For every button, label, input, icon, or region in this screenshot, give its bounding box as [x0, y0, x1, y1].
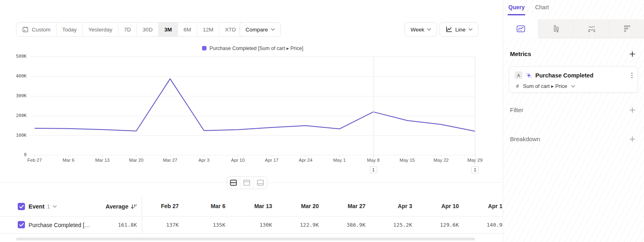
x-tick-mark [102, 155, 103, 157]
x-tick-label: May 22 [427, 158, 456, 163]
table-only-icon [257, 179, 264, 186]
x-tick-mark [272, 155, 272, 157]
plus-icon [630, 51, 635, 57]
range-custom[interactable]: Custom [17, 23, 57, 36]
y-tick-label: 500K [16, 54, 27, 59]
x-tick-mark [407, 155, 408, 157]
plus-icon [630, 136, 635, 142]
date-column-header[interactable]: Mar 6 [188, 196, 235, 216]
x-tick-mark [441, 155, 442, 157]
x-tick-label: Mar 6 [54, 158, 83, 163]
query-builder-panel: Query Chart [503, 0, 644, 242]
series-value-cell: 140.9K [469, 217, 503, 233]
view-layout-toggles [227, 176, 267, 189]
date-column-header[interactable]: Feb 27 [142, 196, 188, 216]
tab-query[interactable]: Query [508, 4, 524, 14]
breakdown-section-title: Breakdown [510, 136, 540, 142]
date-column-header[interactable]: Apr 3 [375, 196, 422, 216]
range-7d[interactable]: 7D [118, 23, 137, 36]
range-30d[interactable]: 30D [137, 23, 159, 36]
range-12m[interactable]: 12M [197, 23, 219, 36]
report-type-retention[interactable] [609, 19, 644, 38]
split-view-toggle[interactable] [227, 177, 240, 189]
event-sparkle-icon [526, 72, 532, 79]
x-tick-label: Apr 24 [291, 158, 320, 163]
horizontal-scrollbar[interactable] [16, 238, 475, 240]
event-column-header[interactable]: Event 1 [29, 197, 57, 216]
x-tick-label: May 15 [393, 158, 422, 163]
range-3m[interactable]: 3M [159, 23, 178, 36]
row-checkbox[interactable] [18, 221, 25, 228]
chart-style-label: Line [455, 27, 466, 33]
checkmark-icon [19, 205, 24, 209]
y-tick-label: 300K [16, 93, 27, 98]
range-yesterday[interactable]: Yesterday [83, 23, 119, 36]
x-tick-label: Apr 3 [190, 158, 219, 163]
chevron-down-icon [53, 205, 57, 208]
select-all-checkbox[interactable] [18, 203, 25, 210]
metric-card[interactable]: A Purchase Completed # Sum of cart ▸ Pri… [509, 66, 638, 93]
compare-label: Compare [246, 27, 268, 33]
x-tick-label: Apr 17 [257, 158, 286, 163]
split-view-icon [230, 179, 237, 186]
x-tick-mark [475, 155, 475, 157]
range-today[interactable]: Today [57, 23, 83, 36]
chevron-down-icon [427, 28, 431, 31]
chart-style-button[interactable]: Line [440, 22, 479, 37]
average-column-header[interactable]: Average [92, 197, 137, 216]
add-filter-button[interactable] [629, 106, 636, 114]
date-column-header[interactable]: Mar 13 [235, 196, 282, 216]
metrics-section-title: Metrics [510, 50, 531, 57]
report-type-insights[interactable] [503, 19, 539, 38]
event-count: 1 [47, 203, 50, 210]
insights-chart-icon [516, 25, 525, 33]
date-column-header[interactable]: Mar 27 [328, 196, 375, 216]
series-row-average: 161.8K [92, 217, 137, 233]
checkmark-icon [19, 223, 24, 227]
series-value-cell: 129.6K [422, 217, 469, 233]
series-value-cell: 386.9K [328, 217, 375, 233]
date-column-header[interactable]: Apr 10 [422, 196, 469, 216]
date-column-header[interactable]: Mar 20 [282, 196, 328, 216]
series-row-name[interactable]: Purchase Completed [Sum of cart ▸ Price] [29, 217, 92, 233]
metric-aggregation-selector[interactable]: # Sum of cart ▸ Price [516, 83, 575, 89]
chart-only-toggle[interactable] [240, 177, 254, 189]
x-tick-mark [374, 155, 374, 157]
x-tick-mark [204, 155, 204, 157]
row-divider [0, 233, 503, 234]
annotation-line [475, 56, 475, 165]
funnels-bars-icon [552, 25, 560, 33]
x-tick-label: Mar 27 [156, 158, 185, 163]
line-chart-plot[interactable] [35, 56, 475, 155]
report-type-flows[interactable] [574, 19, 609, 38]
table-only-toggle[interactable] [254, 177, 267, 189]
report-type-funnels[interactable] [539, 19, 574, 38]
tab-chart[interactable]: Chart [535, 4, 549, 14]
analytics-report-app: CustomTodayYesterday7D30D3M6M12MXTD Comp… [0, 0, 644, 242]
annotation-count-badge[interactable]: 1 [370, 166, 377, 173]
add-breakdown-button[interactable] [629, 136, 636, 143]
x-tick-mark [170, 155, 171, 157]
compare-button[interactable]: Compare [239, 22, 281, 37]
metric-letter-badge: A [515, 71, 522, 79]
event-label: Event [29, 203, 45, 210]
add-metric-button[interactable] [629, 50, 636, 58]
date-column-header[interactable]: Apr 17 [469, 196, 503, 216]
x-tick-mark [35, 155, 35, 157]
metric-aggregation-label: Sum of cart ▸ Price [523, 83, 567, 89]
interval-button[interactable]: Week [405, 22, 437, 37]
range-6m[interactable]: 6M [178, 23, 197, 36]
chevron-down-icon [469, 28, 473, 31]
chart-legend[interactable]: Purchase Completed [Sum of cart ▸ Price] [30, 45, 475, 51]
series-value-cell: 122.9K [282, 217, 328, 233]
legend-label: Purchase Completed [Sum of cart ▸ Price] [210, 45, 303, 51]
kebab-menu-icon[interactable] [631, 72, 633, 79]
table-date-headers: Feb 27Mar 6Mar 13Mar 20Mar 27Apr 3Apr 10… [142, 196, 503, 216]
annotation-count-badge[interactable]: 1 [471, 166, 479, 173]
flows-icon [587, 25, 596, 33]
chevron-down-icon [271, 28, 275, 31]
x-axis-labels: Feb 27Mar 6Mar 13Mar 20Mar 27Apr 3Apr 10… [35, 158, 475, 164]
series-value-cell: 125.2K [375, 217, 422, 233]
x-tick-label: Feb 27 [20, 158, 49, 163]
main-area: CustomTodayYesterday7D30D3M6M12MXTD Comp… [0, 0, 503, 242]
